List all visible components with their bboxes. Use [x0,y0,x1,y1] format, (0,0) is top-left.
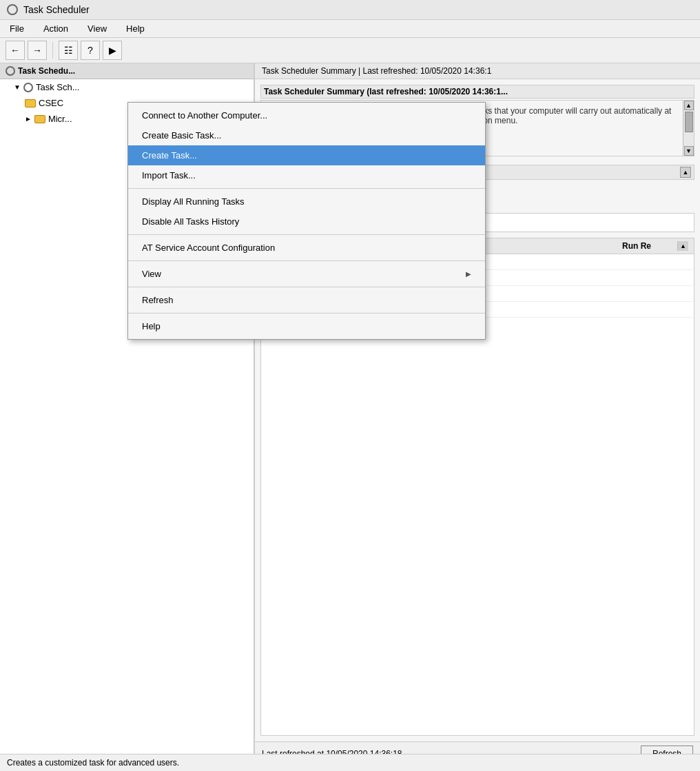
menu-disable-history[interactable]: Disable All Tasks History [128,212,485,232]
tree-library-icon [23,83,33,92]
table-scroll-up[interactable]: ▲ [677,241,688,251]
toolbar: ← → ☷ ? ▶ [0,38,700,63]
menu-help[interactable]: Help [122,22,149,35]
menu-create-task[interactable]: Create Task... [128,145,485,165]
menu-connect-computer[interactable]: Connect to Another Computer... [128,105,485,125]
title-bar-text: Task Scheduler [23,4,90,15]
menu-refresh[interactable]: Refresh [128,290,485,310]
menu-help[interactable]: Help [128,316,485,336]
menu-sep-3 [128,260,485,261]
right-header: Task Scheduler Summary | Last refreshed:… [255,63,700,79]
tree-csec-icon [25,99,36,107]
active-scroll-up[interactable]: ▲ [680,167,691,178]
menu-action[interactable]: Action [39,22,72,35]
tree-root-label: Task Schedu... [18,66,75,76]
menu-create-basic-task[interactable]: Create Basic Task... [128,125,485,145]
context-menu: Connect to Another Computer... Create Ba… [127,102,486,340]
desc-scroll-down[interactable]: ▼ [684,146,694,156]
menu-import-task[interactable]: Import Task... [128,165,485,185]
help-button[interactable]: ? [81,41,100,60]
desc-scroll-thumb [685,112,693,132]
menu-view[interactable]: View ▶ [128,264,485,284]
menu-display-running[interactable]: Display All Running Tasks [128,192,485,212]
desc-section-label: Task Scheduler Summary (last refreshed: … [264,87,508,96]
tree-microsoft-label: Micr... [48,114,72,124]
tree-root-icon [6,66,15,76]
menu-sep-2 [128,234,485,235]
right-header-text: Task Scheduler Summary | Last refreshed:… [262,66,491,76]
tree-library-label: Task Sch... [36,82,80,92]
tree-csec-label: CSEC [39,98,63,108]
menu-sep-4 [128,287,485,287]
col-header-run: Run Re [622,241,677,251]
bottom-status: Creates a customized task for advanced u… [0,754,700,771]
forward-button[interactable]: → [28,41,47,60]
grid-button[interactable]: ☷ [59,41,78,60]
menu-at-service[interactable]: AT Service Account Configuration [128,238,485,258]
menu-bar: File Action View Help [0,20,700,38]
tree-microsoft-icon [34,115,45,123]
menu-file[interactable]: File [6,22,28,35]
menu-view[interactable]: View [83,22,111,35]
play-button[interactable]: ▶ [103,41,122,60]
submenu-arrow-icon: ▶ [466,270,471,278]
menu-sep-1 [128,188,485,189]
desc-scroll-up[interactable]: ▲ [684,101,694,110]
menu-sep-5 [128,313,485,313]
bottom-status-text: Creates a customized task for advanced u… [7,758,179,768]
title-bar: Task Scheduler [0,0,700,20]
app-icon [7,4,18,15]
tree-item-library[interactable]: ▼ Task Sch... [0,79,254,95]
back-button[interactable]: ← [6,41,25,60]
toolbar-separator-1 [52,42,53,59]
